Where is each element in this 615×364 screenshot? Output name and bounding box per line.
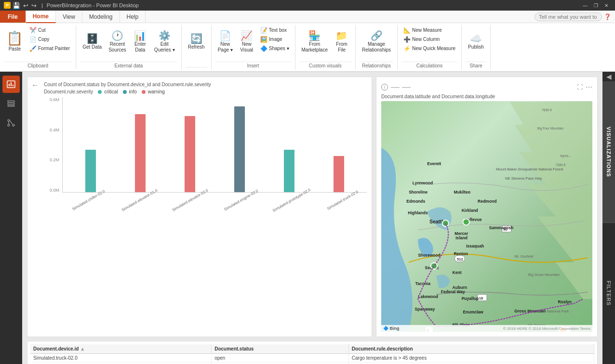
sidebar-icon-data[interactable] <box>2 95 20 112</box>
format-painter-button[interactable]: 🖌️ Format Painter <box>27 44 72 53</box>
filters-tab[interactable]: FILTERS <box>602 223 615 364</box>
text-box-button[interactable]: 📝 Text box <box>258 26 291 35</box>
table-visual: Document.device.id ▲ Document.status Doc… <box>27 341 598 364</box>
tab-help[interactable]: Help <box>120 11 146 23</box>
new-column-label: New Column <box>412 37 440 42</box>
chart-bars-area <box>62 97 367 193</box>
help-icon[interactable]: ❓ <box>604 13 611 20</box>
visualizations-tab[interactable]: VISUALIZATIONS <box>602 81 615 222</box>
publish-icon: ☁️ <box>470 34 482 43</box>
cell-device: Simulated.truck-02.0 <box>30 354 212 363</box>
tab-file[interactable]: File <box>0 11 26 23</box>
from-marketplace-button[interactable]: 🏪 FromMarketplace <box>299 26 330 57</box>
map-title: Document.data.latitude and Document.data… <box>381 94 592 99</box>
expand-button[interactable]: ⛶ <box>577 84 583 91</box>
left-sidebar <box>0 72 22 364</box>
new-visual-button[interactable]: 📈 NewVisual <box>237 26 256 57</box>
new-measure-button[interactable]: 📐 New Measure <box>401 26 457 35</box>
map-container[interactable]: 7835 ft Big Four Mountain Ayres... 7280 … <box>381 101 592 332</box>
new-quick-measure-icon: ⚡ <box>403 45 411 52</box>
bar-group-3 <box>166 116 214 192</box>
save-icon[interactable]: 💾 <box>12 2 21 9</box>
restore-button[interactable]: ❐ <box>591 1 601 9</box>
cut-icon: ✂️ <box>29 27 37 34</box>
copy-button[interactable]: 📄 Copy <box>27 35 72 44</box>
col-device-id: Document.device.id ▲ <box>30 344 212 354</box>
map-info-icon[interactable]: i <box>381 84 388 91</box>
enter-data-button[interactable]: 📊 EnterData <box>131 26 150 57</box>
bar-group-1 <box>67 150 115 192</box>
main-layout: ← Count of Document.status by Document.d… <box>0 72 615 364</box>
edit-queries-icon: ⚙️ <box>159 31 171 40</box>
new-page-button[interactable]: 📄 NewPage ▾ <box>215 26 235 57</box>
svg-text:Renton: Renton <box>454 251 468 256</box>
new-quick-measure-button[interactable]: ⚡ New Quick Measure <box>401 44 457 53</box>
report-icon <box>7 80 15 89</box>
refresh-label-group <box>186 67 207 69</box>
map-pin-seattle <box>442 220 449 226</box>
get-data-button[interactable]: 🗄️ Get Data <box>80 26 104 57</box>
cut-button[interactable]: ✂️ Cut <box>27 26 72 35</box>
undo-icon[interactable]: ↩ <box>22 2 29 9</box>
bar-elevator02-warning[interactable] <box>185 116 195 192</box>
map-drag-handle: — — <box>391 82 574 92</box>
from-file-button[interactable]: 📁 FromFile <box>332 26 351 57</box>
enter-data-label: EnterData <box>134 41 146 53</box>
col-description: Document.rule.description <box>348 344 594 354</box>
publish-label: Publish <box>468 44 484 50</box>
get-data-label: Get Data <box>82 44 102 50</box>
bar-engine-warning[interactable] <box>234 106 245 192</box>
clipboard-items: 📋 Paste ✂️ Cut 📄 Copy 🖌️ Format Painter <box>4 25 72 61</box>
bar-elevator01-warning[interactable] <box>135 114 146 192</box>
bar-chiller-critical[interactable] <box>85 150 96 192</box>
minimize-button[interactable]: — <box>580 1 590 9</box>
manage-relationships-button[interactable]: 🔗 ManageRelationships <box>360 26 393 57</box>
x-label-5: Simulated.prototype-02.0 <box>265 196 316 203</box>
image-button[interactable]: 🖼️ Image <box>258 35 291 44</box>
svg-text:Sammamish: Sammamish <box>489 225 513 230</box>
svg-rect-5 <box>8 103 14 104</box>
paste-label: Paste <box>9 46 21 52</box>
refresh-icon: 🔄 <box>190 34 202 43</box>
paste-button[interactable]: 📋 Paste <box>4 26 26 57</box>
tab-modeling[interactable]: Modeling <box>82 11 120 23</box>
sidebar-icon-report[interactable] <box>2 76 20 93</box>
new-visual-icon: 📈 <box>241 31 253 40</box>
col-status: Document.status <box>212 344 349 354</box>
panel-collapse-icon[interactable]: ◀ <box>602 72 615 81</box>
relationships-label: Relationships <box>360 62 393 69</box>
close-button[interactable]: ✕ <box>602 1 611 9</box>
quick-toolbar-separator: | <box>40 2 44 8</box>
new-quick-measure-label: New Quick Measure <box>412 46 455 52</box>
bar-prototype-critical[interactable] <box>284 150 294 192</box>
svg-line-11 <box>10 120 13 124</box>
ellipsis-button[interactable]: ⋯ <box>586 83 592 91</box>
x-label-3: Simulated.elevator-02.0 <box>164 196 214 203</box>
redo-icon[interactable]: ↪ <box>30 2 38 9</box>
new-column-button[interactable]: ➕ New Column <box>401 35 457 44</box>
sidebar-icon-relationships[interactable] <box>2 114 20 131</box>
chart-inner: 0.6M 0.4M 0.2M 0.0M <box>44 97 367 193</box>
svg-text:Shorewood: Shorewood <box>418 253 441 258</box>
back-arrow[interactable]: ← <box>31 81 39 90</box>
refresh-button[interactable]: 🔄 Refresh <box>186 26 207 57</box>
edit-queries-button[interactable]: ⚙️ EditQueries ▾ <box>152 26 177 57</box>
bar-group-6 <box>314 156 363 192</box>
format-painter-label: Format Painter <box>38 46 70 52</box>
external-data-group: 🗄️ Get Data 🕐 RecentSources 📊 EnterData … <box>76 25 182 69</box>
image-icon: 🖼️ <box>260 36 267 43</box>
ribbon-search-input[interactable] <box>535 13 602 21</box>
bar-truck-warning[interactable] <box>334 156 344 192</box>
tab-home[interactable]: Home <box>26 11 56 23</box>
bar-chart-visual: ← Count of Document.status by Document.d… <box>27 77 372 337</box>
shapes-label: Shapes ▾ <box>269 46 289 52</box>
warning-dot <box>142 90 146 94</box>
map-header: i — — ⛶ ⋯ <box>381 82 592 92</box>
svg-rect-6 <box>8 105 14 106</box>
shapes-button[interactable]: 🔷 Shapes ▾ <box>258 44 291 53</box>
insert-group: 📄 NewPage ▾ 📈 NewVisual 📝 Text box 🖼️ Im… <box>212 25 295 69</box>
publish-button[interactable]: ☁️ Publish <box>466 26 486 57</box>
ribbon-content: 📋 Paste ✂️ Cut 📄 Copy 🖌️ Format Painter <box>0 23 615 71</box>
tab-view[interactable]: View <box>56 11 82 23</box>
recent-sources-button[interactable]: 🕐 RecentSources <box>106 26 129 57</box>
